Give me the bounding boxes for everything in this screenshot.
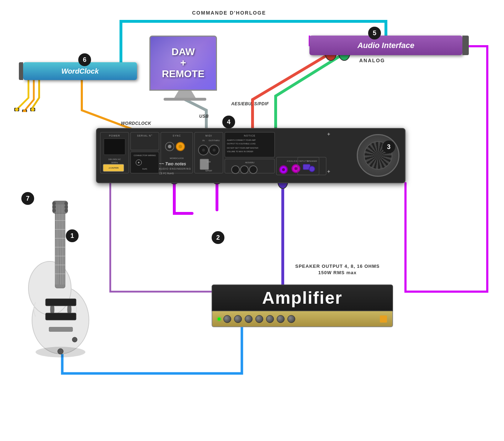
wordclock-side-panel	[19, 62, 23, 80]
svg-text:30/60Hz: 30/60Hz	[111, 161, 118, 164]
svg-rect-30	[161, 132, 193, 173]
wordclock-device: WordClock	[23, 62, 137, 80]
svg-point-13	[15, 108, 18, 111]
badge-7: 7	[21, 192, 34, 205]
svg-point-34	[168, 145, 171, 148]
svg-text:MIDI: MIDI	[206, 134, 212, 137]
badge-1-label: 1	[70, 232, 74, 240]
amp-led-square	[380, 315, 387, 323]
svg-text:RoHS: RoHS	[142, 168, 147, 170]
usb-conn-label: USB	[199, 114, 209, 119]
amplifier-device: Amplifier	[212, 285, 393, 327]
badge-4-label: 4	[227, 118, 230, 126]
svg-point-28	[138, 162, 139, 163]
svg-point-87	[52, 205, 56, 209]
badge-2: 2	[212, 231, 224, 244]
svg-text:100-240V AC: 100-240V AC	[108, 158, 121, 160]
amp-knob-3	[245, 315, 253, 323]
device-inner: POWER 100-240V AC 30/60Hz ⚠ CAUTION SERI…	[97, 129, 405, 182]
svg-point-42	[202, 149, 205, 152]
svg-point-90	[64, 205, 68, 209]
svg-text:+: +	[327, 131, 330, 137]
amp-top: Amplifier	[212, 285, 393, 311]
svg-text:+: +	[327, 169, 330, 174]
audio-interface-label: Audio Interface	[357, 41, 414, 50]
svg-point-88	[52, 209, 56, 212]
svg-point-67	[295, 167, 297, 170]
svg-text:S/PDIF: S/PDIF	[205, 170, 212, 172]
svg-text:VOLUME TO MAX IN ORDER: VOLUME TO MAX IN ORDER	[227, 150, 253, 153]
daw-label: DAW+REMOTE	[162, 47, 205, 79]
svg-text:SYNC: SYNC	[173, 134, 181, 137]
svg-point-91	[64, 209, 68, 212]
guitar-svg	[14, 199, 96, 363]
analog-label: ANALOG	[359, 58, 385, 63]
svg-text:NOTICE: NOTICE	[244, 134, 255, 137]
daw-screen: DAW+REMOTE	[149, 36, 217, 91]
svg-text:ALWAYS CONNECT YOUR AMP: ALWAYS CONNECT YOUR AMP	[227, 139, 256, 141]
badge-4: 4	[222, 116, 235, 128]
two-notes-device: POWER 100-240V AC 30/60Hz ⚠ CAUTION SERI…	[96, 128, 405, 183]
audio-interface-device: Audio Interface	[309, 36, 462, 55]
diagram-container: COMMANDE D'HORLOGE ANALOG SPEAKER OUTPUT…	[0, 0, 504, 441]
svg-point-65	[282, 168, 285, 171]
svg-point-56	[232, 166, 239, 174]
device-fan	[357, 134, 399, 177]
amp-knob-2	[234, 315, 242, 323]
daw-base	[164, 98, 206, 101]
svg-text:USB: USB	[207, 161, 211, 163]
wordclock-cables-svg	[11, 80, 53, 112]
svg-text:⚠ CAUTION: ⚠ CAUTION	[108, 167, 119, 169]
speaker-watts-text: 150W RMS max	[295, 270, 380, 276]
clock-command-label: COMMANDE D'HORLOGE	[192, 10, 266, 16]
svg-point-97	[72, 337, 77, 342]
speaker-output-text: SPEAKER OUTPUT 4, 8, 16 OHMS	[295, 263, 380, 270]
svg-text:OUTPUT TO A SUITABLE LOAD.: OUTPUT TO A SUITABLE LOAD.	[227, 143, 256, 145]
badge-5-label: 5	[373, 30, 376, 37]
amp-knob-4	[255, 315, 263, 323]
svg-text:CONNECTOR WIRING: CONNECTOR WIRING	[134, 154, 156, 156]
svg-point-58	[249, 166, 257, 174]
svg-rect-96	[49, 327, 73, 331]
svg-point-105	[36, 347, 85, 357]
amp-bottom	[212, 311, 393, 327]
svg-point-86	[52, 202, 56, 205]
svg-text:AES/EBU: AES/EBU	[245, 161, 254, 164]
badge-6: 6	[78, 53, 91, 66]
audio-interface-side-panel	[462, 36, 469, 55]
svg-text:IN: IN	[202, 139, 205, 142]
amp-knob-1	[223, 315, 231, 323]
daw-stand	[174, 91, 196, 98]
amp-knob-5	[266, 315, 274, 323]
amp-power-led	[218, 318, 221, 320]
amp-knob-6	[277, 315, 285, 323]
wordclock-conn-label: WORDCLOCK	[121, 121, 151, 126]
svg-point-36	[179, 145, 182, 148]
wordclock-label: WordClock	[61, 67, 99, 75]
svg-point-71	[309, 166, 315, 172]
badge-7-label: 7	[26, 195, 30, 202]
svg-text:~~ Two notes: ~~ Two notes	[159, 161, 186, 166]
svg-point-44	[213, 149, 216, 152]
svg-text:OUT/THRU: OUT/THRU	[209, 139, 220, 142]
svg-text:CE FC RoHS: CE FC RoHS	[159, 172, 174, 175]
svg-point-89	[64, 202, 68, 205]
svg-point-57	[240, 166, 248, 174]
svg-text:SPEAKER: SPEAKER	[307, 160, 317, 162]
amplifier-label: Amplifier	[262, 288, 343, 308]
wordclock-cables	[11, 80, 53, 113]
badge-3-label: 3	[387, 143, 391, 151]
svg-rect-94	[46, 299, 76, 306]
daw-monitor: DAW+REMOTE	[149, 36, 221, 100]
svg-text:SERIAL N°: SERIAL N°	[137, 134, 152, 137]
badge-3: 3	[382, 140, 395, 153]
svg-text:POWER: POWER	[109, 134, 120, 137]
amp-knob-7	[287, 315, 295, 323]
svg-rect-95	[46, 313, 76, 320]
svg-text:WORDCLOCK: WORDCLOCK	[170, 157, 184, 159]
badge-6-label: 6	[83, 56, 86, 64]
svg-text:DO NOT SET YOUR AMP MASTER: DO NOT SET YOUR AMP MASTER	[227, 147, 258, 149]
speaker-output-label: SPEAKER OUTPUT 4, 8, 16 OHMS 150W RMS ma…	[295, 263, 380, 276]
badge-2-label: 2	[216, 234, 220, 241]
svg-rect-18	[104, 139, 125, 155]
